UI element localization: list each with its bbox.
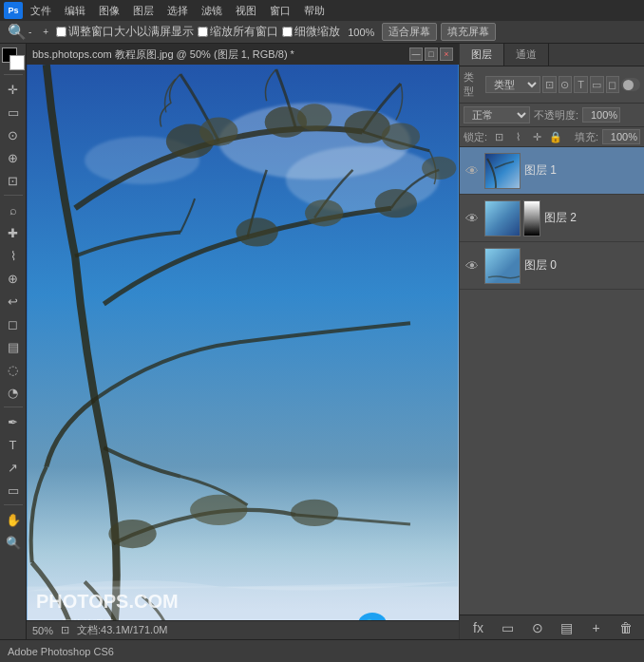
eyedropper-tool[interactable]: ⌕ xyxy=(3,199,24,220)
file-size-status: 文档:43.1M/171.0M xyxy=(77,623,167,637)
doc-close-btn[interactable]: × xyxy=(440,47,453,61)
brush-tool[interactable]: ⌇ xyxy=(3,245,24,266)
menu-layer[interactable]: 图层 xyxy=(127,2,160,20)
svg-point-11 xyxy=(305,199,343,226)
svg-point-15 xyxy=(190,495,248,525)
canvas-area: bbs.photops.com 教程原图.jpg @ 50% (图层 1, RG… xyxy=(27,44,459,639)
zoom-tool[interactable]: 🔍 xyxy=(3,532,24,553)
menu-window[interactable]: 窗口 xyxy=(264,2,296,20)
filter-toggle[interactable] xyxy=(621,78,640,91)
layer-item-2[interactable]: 👁 图层 2 xyxy=(460,195,644,242)
layer-1-thumbnail xyxy=(484,153,521,189)
scrubby-checkbox[interactable]: 细微缩放 xyxy=(282,24,340,40)
move-tool[interactable]: ✛ xyxy=(3,79,24,100)
fill-label: 填充: xyxy=(575,130,598,144)
zoom-plus-btn[interactable]: + xyxy=(39,25,52,39)
lasso-tool[interactable]: ⊙ xyxy=(3,124,24,145)
background-color[interactable] xyxy=(9,55,25,70)
layers-tab[interactable]: 图层 xyxy=(460,44,504,66)
doc-minimize-btn[interactable]: — xyxy=(409,47,423,61)
opacity-input[interactable] xyxy=(582,107,620,123)
menu-file[interactable]: 文件 xyxy=(25,2,57,20)
add-adjustment-btn[interactable]: ⊙ xyxy=(528,618,547,637)
canvas-image: PHOTOPS.COM www 照片处理网 🐦 autobao.com xyxy=(27,65,459,639)
menu-filter[interactable]: 滤镜 xyxy=(196,2,228,20)
add-group-btn[interactable]: ▤ xyxy=(558,618,577,637)
zoom-fit-checkbox[interactable]: 调整窗口大小以满屏显示 xyxy=(56,24,194,40)
top-menubar: Ps 文件 编辑 图像 图层 选择 滤镜 视图 窗口 帮助 xyxy=(0,0,644,21)
toolbar-separator-3 xyxy=(4,407,23,407)
file-icon: ⊡ xyxy=(61,624,69,636)
history-tool[interactable]: ↩ xyxy=(3,291,24,312)
doc-title: bbs.photops.com 教程原图.jpg @ 50% (图层 1, RG… xyxy=(32,47,294,62)
blend-mode-dropdown[interactable]: 正常 xyxy=(464,106,530,123)
layer-1-visibility[interactable]: 👁 xyxy=(464,163,481,179)
crop-tool[interactable]: ⊡ xyxy=(3,170,24,191)
zoom-fit-label: 调整窗口大小以满屏显示 xyxy=(68,24,194,40)
menu-image[interactable]: 图像 xyxy=(93,2,125,20)
layer-item-1[interactable]: 👁 图层 xyxy=(460,147,644,195)
filter-type-dropdown[interactable]: 类型 xyxy=(485,76,540,93)
layer-2-thumbnail xyxy=(484,200,521,236)
svg-point-12 xyxy=(375,189,417,218)
hand-tool[interactable]: ✋ xyxy=(3,509,24,530)
all-windows-label: 缩放所有窗口 xyxy=(210,24,278,40)
filter-icon-smart[interactable]: ◻ xyxy=(606,76,620,93)
clone-tool[interactable]: ⊕ xyxy=(3,268,24,289)
layer-2-visibility[interactable]: 👁 xyxy=(464,211,481,226)
toolbar-separator-4 xyxy=(4,504,23,505)
add-layer-btn[interactable]: + xyxy=(587,618,606,637)
zoom-minus-btn[interactable]: 🔍 - xyxy=(4,21,35,43)
blend-mode-bar: 正常 不透明度: xyxy=(460,104,644,127)
lock-image-btn[interactable]: ⌇ xyxy=(510,129,525,144)
filter-icon-adjust[interactable]: ⊙ xyxy=(559,76,573,93)
lock-transparent-btn[interactable]: ⊡ xyxy=(491,129,506,144)
marquee-tool[interactable]: ▭ xyxy=(3,102,24,123)
svg-point-9 xyxy=(382,123,420,150)
menu-help[interactable]: 帮助 xyxy=(298,2,331,20)
filter-icon-shape[interactable]: ▭ xyxy=(590,76,604,93)
blur-tool[interactable]: ◌ xyxy=(3,359,24,380)
svg-point-7 xyxy=(297,104,331,130)
quick-select-tool[interactable]: ⊕ xyxy=(3,147,24,168)
svg-point-14 xyxy=(108,520,156,548)
gradient-tool[interactable]: ▤ xyxy=(3,336,24,357)
layer-0-visibility[interactable]: 👁 xyxy=(464,258,481,274)
all-windows-checkbox[interactable]: 缩放所有窗口 xyxy=(198,24,278,40)
menu-view[interactable]: 视图 xyxy=(230,2,262,20)
fit-screen-btn[interactable]: 适合屏幕 xyxy=(382,23,437,41)
svg-rect-20 xyxy=(485,249,521,284)
eraser-tool[interactable]: ◻ xyxy=(3,313,24,334)
opacity-label: 不透明度: xyxy=(534,108,578,123)
add-mask-btn[interactable]: ▭ xyxy=(499,618,518,637)
lock-label: 锁定: xyxy=(464,130,487,144)
fill-input[interactable] xyxy=(602,129,640,144)
lock-position-btn[interactable]: ✛ xyxy=(529,129,544,144)
menu-edit[interactable]: 编辑 xyxy=(59,2,91,20)
layer-item-0[interactable]: 👁 图层 0 xyxy=(460,242,644,290)
dodge-tool[interactable]: ◔ xyxy=(3,382,24,403)
path-select-tool[interactable]: ↗ xyxy=(3,457,24,478)
text-tool[interactable]: T xyxy=(3,434,24,455)
svg-rect-18 xyxy=(485,154,521,189)
menu-select[interactable]: 选择 xyxy=(161,2,194,20)
canvas-svg xyxy=(27,65,459,639)
scrubby-label: 细微缩放 xyxy=(294,24,340,40)
fg-bg-color[interactable] xyxy=(2,47,25,70)
layer-0-name: 图层 0 xyxy=(524,257,640,274)
svg-point-16 xyxy=(291,500,338,526)
pen-tool[interactable]: ✒ xyxy=(3,411,24,432)
fill-screen-btn[interactable]: 填充屏幕 xyxy=(441,23,496,41)
lock-bar: 锁定: ⊡ ⌇ ✛ 🔒 填充: xyxy=(460,127,644,147)
lock-all-btn[interactable]: 🔒 xyxy=(548,129,563,144)
heal-tool[interactable]: ✚ xyxy=(3,222,24,243)
fx-btn[interactable]: fx xyxy=(469,618,488,637)
shape-tool[interactable]: ▭ xyxy=(3,480,24,501)
filter-icon-pixel[interactable]: ⊡ xyxy=(542,76,557,93)
channels-tab[interactable]: 通道 xyxy=(504,44,549,66)
doc-maximize-btn[interactable]: □ xyxy=(425,47,438,61)
brand-watermark: PHOTOPS.COM xyxy=(36,591,179,613)
left-toolbar: ✛ ▭ ⊙ ⊕ ⊡ ⌕ ✚ ⌇ ⊕ ↩ ◻ ▤ ◌ ◔ ✒ T ↗ ▭ ✋ 🔍 xyxy=(0,44,27,639)
delete-layer-btn[interactable]: 🗑 xyxy=(616,618,635,637)
filter-icon-text[interactable]: T xyxy=(574,76,588,93)
